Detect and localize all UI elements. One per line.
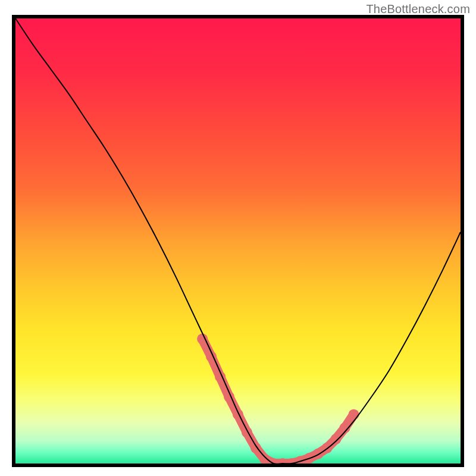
watermark-text: TheBottleneck.com [366,2,470,16]
dot-point [233,409,243,420]
dot-point [348,409,359,420]
dot-point [313,449,324,459]
dot-point [331,434,342,444]
plot-background [15,18,461,464]
dot-point [197,334,208,345]
chart-svg [12,15,464,467]
chart-frame [12,15,464,467]
